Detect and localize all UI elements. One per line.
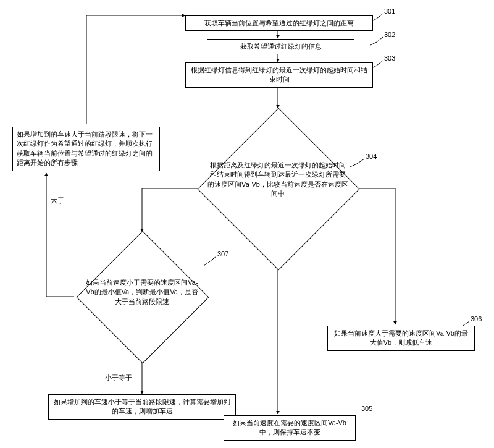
step-number-304: 304 (366, 153, 377, 161)
step-number-301: 301 (384, 7, 395, 15)
step-number-305: 305 (361, 405, 372, 413)
step-303-box: 根据红绿灯信息得到红绿灯的最近一次绿灯的起始时间和结束时间 (185, 62, 373, 88)
step-302-text: 获取希望通过红绿灯的信息 (240, 43, 322, 50)
step-number-302: 302 (384, 31, 395, 39)
step-301-box: 获取车辆当前位置与希望通过的红绿灯之间的距离 (185, 15, 373, 31)
decision-307-diamond (77, 231, 209, 364)
step-number-306: 306 (471, 315, 482, 323)
edge-label-leq: 小于等于 (105, 374, 132, 382)
step-302-box: 获取希望通过红绿灯的信息 (207, 39, 354, 54)
step-301-text: 获取车辆当前位置与希望通过的红绿灯之间的距离 (204, 19, 354, 27)
increase-speed-text: 如果增加到的车速小于等于当前路段限速，计算需要增加到的车速，则增加车速 (54, 398, 230, 415)
step-306-text: 如果当前速度大于需要的速度区间Va-Vb的最大值Vb，则减低车速 (334, 329, 468, 346)
step-number-303: 303 (384, 54, 395, 62)
loopback-box: 如果增加到的车速大于当前路段限速，将下一次红绿灯作为希望通过的红绿灯，并顺次执行… (12, 127, 160, 171)
step-305-box: 如果当前速度在需要的速度区间Va-Vb中，则保持车速不变 (224, 415, 356, 441)
edge-label-greater: 大于 (51, 197, 64, 205)
step-305-text: 如果当前速度在需要的速度区间Va-Vb中，则保持车速不变 (233, 419, 346, 436)
step-306-box: 如果当前速度大于需要的速度区间Va-Vb的最大值Vb，则减低车速 (327, 326, 475, 351)
step-303-text: 根据红绿灯信息得到红绿灯的最近一次绿灯的起始时间和结束时间 (191, 66, 367, 83)
loopback-text: 如果增加到的车速大于当前路段限速，将下一次红绿灯作为希望通过的红绿灯，并顺次执行… (17, 130, 153, 166)
increase-speed-box: 如果增加到的车速小于等于当前路段限速，计算需要增加到的车速，则增加车速 (48, 394, 236, 420)
step-number-307: 307 (217, 250, 228, 258)
decision-304-diamond (197, 108, 359, 270)
